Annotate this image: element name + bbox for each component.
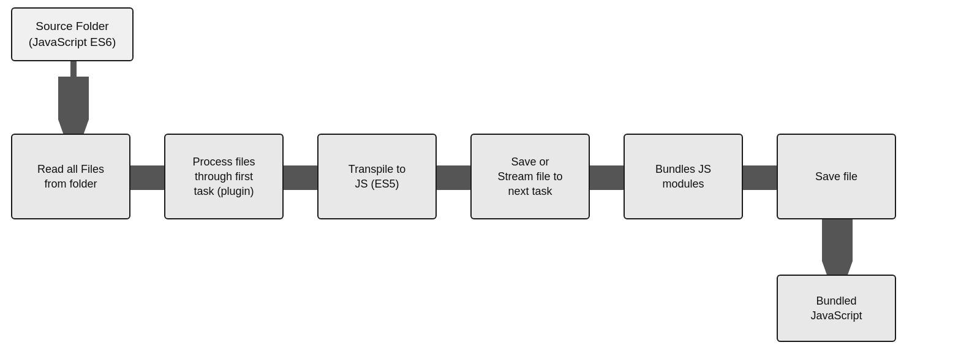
- box-save-stream-label: Save orStream file tonext task: [497, 154, 562, 199]
- box-transpile-label: Transpile toJS (ES5): [349, 162, 405, 192]
- box-bundles: Bundles JSmodules: [624, 134, 743, 219]
- arrow-down-1: [58, 61, 89, 134]
- diagram: Source Folder (JavaScript ES6) Read all …: [0, 0, 980, 353]
- box-process-files-label: Process filesthrough firsttask (plugin): [192, 154, 255, 199]
- box-read-files: Read all Filesfrom folder: [11, 134, 130, 219]
- box-process-files: Process filesthrough firsttask (plugin): [164, 134, 284, 219]
- arrow-right-2: [284, 165, 317, 190]
- arrow-right-4: [590, 165, 624, 190]
- box-bundled-js-label: BundledJavaScript: [810, 294, 862, 324]
- box-source-folder-label: Source Folder (JavaScript ES6): [20, 18, 125, 50]
- box-save-file: Save file: [777, 134, 896, 219]
- arrow-right-3: [437, 165, 470, 190]
- arrow-right-1: [130, 165, 164, 190]
- box-save-stream: Save orStream file tonext task: [470, 134, 590, 219]
- box-bundled-js: BundledJavaScript: [777, 275, 896, 342]
- box-source-folder: Source Folder (JavaScript ES6): [11, 7, 134, 61]
- arrow-right-5: [743, 165, 777, 190]
- box-save-file-label: Save file: [815, 169, 858, 184]
- box-bundles-label: Bundles JSmodules: [655, 162, 711, 192]
- box-transpile: Transpile toJS (ES5): [317, 134, 437, 219]
- arrow-down-2: [822, 219, 853, 275]
- box-read-files-label: Read all Filesfrom folder: [37, 162, 104, 192]
